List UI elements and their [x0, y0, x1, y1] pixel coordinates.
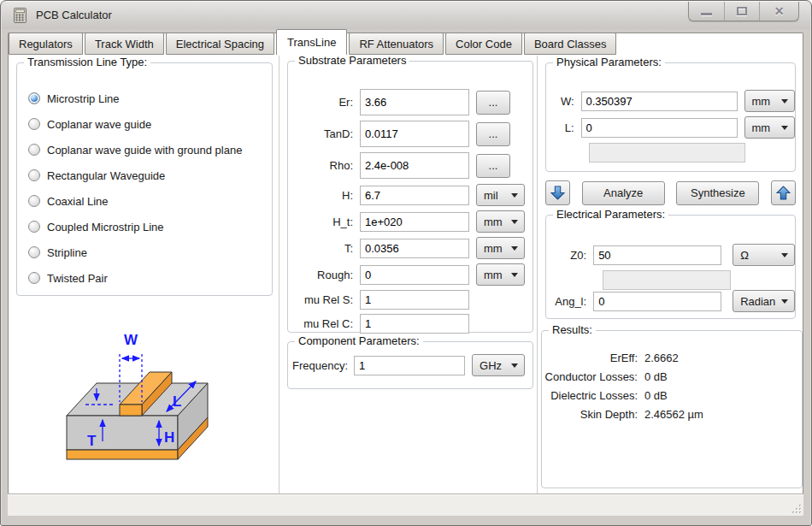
rough-row: Rough: mm	[293, 263, 533, 286]
radio-button-icon	[28, 272, 40, 284]
resize-grip[interactable]	[791, 504, 802, 514]
arrow-down-icon	[550, 186, 565, 200]
result-value: 2.6662	[644, 352, 679, 364]
tab-track-width[interactable]: Track Width	[85, 33, 164, 55]
group-title: Results:	[549, 323, 596, 336]
ht-unit-select[interactable]: mm	[476, 210, 525, 233]
column-divider	[279, 56, 279, 493]
l-row: L: mm	[553, 116, 795, 139]
mu-rel-s-input[interactable]	[360, 290, 469, 310]
rho-row: Rho: ...	[293, 152, 533, 179]
width-input[interactable]	[581, 92, 738, 111]
ht-input[interactable]	[360, 212, 469, 232]
tab-board-classes[interactable]: Board Classes	[524, 33, 617, 55]
mu-rel-c-input[interactable]	[360, 314, 469, 334]
minimize-button[interactable]	[689, 2, 724, 21]
chevron-down-icon	[781, 99, 788, 107]
minimize-icon	[701, 13, 712, 15]
skin-depth-result: Skin Depth:2.46562 µm	[542, 405, 802, 423]
radio-button-icon	[28, 221, 40, 233]
mu-rel-s-row: mu Rel S:	[293, 290, 533, 310]
t-unit-select[interactable]: mm	[476, 237, 525, 259]
arrow-up-icon	[776, 186, 791, 200]
radio-coupled-microstrip-line[interactable]: Coupled Microstrip Line	[17, 214, 272, 239]
ht-row: H_t: mm	[293, 210, 533, 233]
radio-microstrip-line[interactable]: Microstrip Line	[17, 86, 272, 111]
z0-row: Z0: Ω	[553, 244, 795, 266]
electrical-parameters-group: Electrical Parameters: Z0: Ω Ang_l: Radi…	[545, 215, 796, 319]
group-title: Electrical Parameters:	[553, 208, 668, 221]
frequency-row: Frequency: GHz	[292, 354, 533, 376]
electrical-readonly-field	[603, 270, 731, 290]
dimension-label-w: W	[124, 332, 138, 348]
calculator-icon	[13, 8, 28, 23]
physical-readonly-field	[589, 143, 745, 163]
h-input[interactable]	[360, 186, 469, 205]
radio-coplanar-wave-guide[interactable]: Coplanar wave guide	[17, 111, 272, 137]
radio-coaxial-line[interactable]: Coaxial Line	[17, 188, 272, 214]
chevron-down-icon	[781, 253, 788, 261]
component-parameters-group: Component Parameters: Frequency: GHz	[287, 341, 533, 389]
transmission-line-options: Microstrip Line Coplanar wave guide Copl…	[17, 63, 272, 291]
rough-unit-select[interactable]: mm	[476, 263, 525, 286]
transmission-line-type-group: Transmission Line Type: Microstrip Line …	[16, 62, 273, 296]
physical-parameters-group: Physical Parameters: W: mm L: mm	[545, 62, 796, 172]
length-input[interactable]	[581, 118, 738, 138]
group-title: Component Parameters:	[295, 334, 423, 347]
tab-regulators[interactable]: Regulators	[9, 33, 83, 55]
er-input[interactable]	[360, 89, 469, 115]
l-unit-select[interactable]: mm	[744, 116, 795, 139]
tand-more-button[interactable]: ...	[476, 122, 510, 146]
window-controls: ✕	[688, 2, 799, 21]
maximize-icon	[737, 7, 747, 15]
tab-color-code[interactable]: Color Code	[445, 33, 522, 55]
ereff-result: ErEff:2.6662	[542, 348, 802, 367]
er-more-button[interactable]: ...	[476, 91, 510, 115]
tab-rf-attenuators[interactable]: RF Attenuators	[349, 33, 444, 55]
z0-unit-select[interactable]: Ω	[733, 244, 795, 266]
chevron-down-icon	[511, 363, 518, 371]
tand-input[interactable]	[360, 121, 469, 147]
substrate-parameters-group: Substrate Parameters Er: ... TanD: ... R…	[287, 61, 533, 333]
pcb-calculator-window: PCB Calculator ✕ Regulators Track Width …	[0, 0, 812, 526]
rough-input[interactable]	[360, 265, 469, 285]
tab-electrical-spacing[interactable]: Electrical Spacing	[166, 33, 274, 55]
close-button[interactable]: ✕	[759, 2, 798, 21]
ang-l-input[interactable]	[593, 292, 721, 311]
group-title: Transmission Line Type:	[24, 56, 150, 68]
maximize-button[interactable]	[724, 2, 759, 21]
conductor-losses-result: Conductor Losses:0 dB	[542, 367, 802, 386]
ang-l-unit-select[interactable]: Radian	[733, 290, 795, 312]
group-title: Substrate Parameters	[295, 54, 409, 67]
status-bar	[8, 493, 803, 516]
rho-more-button[interactable]: ...	[476, 154, 510, 178]
dimension-label-h: H	[164, 429, 174, 446]
radio-coplanar-wave-guide-ground[interactable]: Coplanar wave guide with ground plane	[17, 137, 272, 163]
radio-stripline[interactable]: Stripline	[17, 239, 272, 265]
radio-twisted-pair[interactable]: Twisted Pair	[17, 265, 272, 291]
h-row: H: mil	[293, 184, 533, 206]
radio-button-icon	[28, 118, 40, 130]
frequency-unit-select[interactable]: GHz	[472, 354, 525, 376]
dimension-label-l: L	[173, 393, 181, 410]
synthesize-button[interactable]: Synthesize	[676, 181, 759, 205]
analyze-button[interactable]: Analyze	[582, 181, 665, 205]
w-unit-select[interactable]: mm	[744, 90, 795, 112]
column-divider	[537, 56, 538, 493]
frequency-input[interactable]	[354, 356, 465, 375]
result-value: 2.46562 µm	[644, 408, 703, 421]
t-input[interactable]	[360, 239, 469, 258]
copy-up-button[interactable]	[771, 180, 796, 205]
ang-l-row: Ang_l: Radian	[553, 290, 795, 312]
w-row: W: mm	[553, 90, 795, 112]
copy-down-button[interactable]	[545, 180, 570, 205]
title-bar[interactable]: PCB Calculator ✕	[2, 2, 810, 29]
z0-input[interactable]	[593, 245, 721, 265]
radio-rectangular-waveguide[interactable]: Rectangular Waveguide	[17, 163, 272, 188]
chevron-down-icon	[781, 299, 788, 307]
h-unit-select[interactable]: mil	[476, 184, 525, 206]
tab-transline[interactable]: TransLine	[276, 29, 347, 55]
t-row: T: mm	[293, 237, 533, 259]
rho-input[interactable]	[360, 152, 469, 179]
radio-button-icon	[28, 195, 40, 207]
